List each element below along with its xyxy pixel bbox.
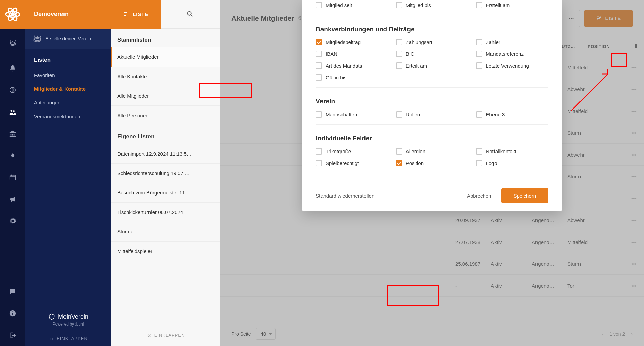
app-logo [0,0,25,29]
checkbox-icon [316,160,322,166]
checkbox-icon [396,62,402,69]
checkbox-art-des-mandats[interactable]: Art des Mandats [316,62,388,69]
rail-gear-icon[interactable] [0,210,25,232]
list-item[interactable]: Datenimport 12.9.2024 11:13:5… [111,144,220,164]
list-panel: LISTE Stammlisten Aktuelle MitgliederAll… [111,0,220,346]
rail-logout-icon[interactable] [0,324,25,346]
create-club-label: Erstelle deinen Verein [45,36,91,41]
checkbox-letzte-verwendung[interactable]: Letzte Verwendung [476,62,548,69]
svg-point-0 [11,13,14,16]
checkbox-icon [476,62,482,69]
checkbox-spielberechtigt[interactable]: Spielberechtigt [316,160,388,166]
list-search-icon[interactable] [161,10,220,18]
svg-point-7 [10,110,12,112]
modal-overlay[interactable]: Mitglied seitMitglied bisErstellt am Ban… [220,0,644,346]
checkbox-icon [476,160,482,166]
checkbox-icon [316,148,322,155]
list-item[interactable]: Alle Kontakte [111,67,220,86]
main-content: Aktuelle Mitglieder 6 / 67 ausgewählt✕ L… [220,0,644,346]
checkbox-icon [316,39,322,45]
checkbox-icon [476,51,482,57]
checkbox-iban[interactable]: IBAN [316,51,388,57]
list-item[interactable]: Aktuelle Mitglieder [111,47,220,67]
checkbox-icon [396,2,402,8]
rail-hands-icon[interactable] [0,144,25,166]
rail-people-icon[interactable] [0,101,25,123]
org-name: Demoverein [25,0,111,29]
list-item[interactable]: Schiedsrichterschulung 19.07.… [111,164,220,183]
rail-info-icon[interactable] [0,302,25,324]
checkbox-notfallkontakt[interactable]: Notfallkontakt [476,148,548,155]
checkbox-icon [396,39,402,45]
modal-sec3-title: Individuelle Felder [316,135,548,142]
checkbox-icon [476,39,482,45]
rail-chat-icon[interactable] [0,280,25,302]
list-tab[interactable]: LISTE [111,0,161,29]
reset-defaults-link[interactable]: Standard wiederherstellen [316,193,374,199]
checkbox-icon [316,74,322,81]
svg-point-15 [188,12,191,15]
checkbox-icon [476,148,482,155]
svg-rect-12 [12,311,13,312]
checkbox-icon [316,62,322,69]
checkbox-ebene-3[interactable]: Ebene 3 [476,111,548,118]
rail-globe-icon[interactable] [0,79,25,101]
checkbox-mitglied-bis[interactable]: Mitglied bis [396,2,468,8]
checkbox-icon [396,111,402,118]
create-club-link[interactable]: Erstelle deinen Verein [25,29,111,49]
save-button[interactable]: Speichern [501,188,548,203]
icon-rail [0,0,25,346]
checkbox-zahlungsart[interactable]: Zahlungsart [396,39,468,45]
checkbox-erteilt-am[interactable]: Erteilt am [396,62,468,69]
list-item[interactable]: Alle Mitglieder [111,86,220,106]
column-config-modal: Mitglied seitMitglied bisErstellt am Ban… [302,0,562,211]
cancel-button[interactable]: Abbrechen [467,193,491,199]
svg-point-8 [13,110,15,112]
rail-stadium-icon[interactable] [0,29,25,57]
checkbox-mitgliedsbeitrag[interactable]: Mitgliedsbeitrag [316,39,388,45]
nav-group-title: Listen [25,52,111,68]
checkbox-bic[interactable]: BIC [396,51,468,57]
checkbox-gültig-bis[interactable]: Gültig bis [316,74,390,81]
list-item[interactable]: Besuch vom Bürgermeister 11… [111,183,220,203]
checkbox-icon [396,148,402,155]
checkbox-mitglied-seit[interactable]: Mitglied seit [316,2,388,8]
checkbox-logo[interactable]: Logo [476,160,548,166]
checkbox-icon [396,160,402,166]
checkbox-icon [316,2,322,8]
rail-megaphone-icon[interactable] [0,188,25,210]
checkbox-trikotgröße[interactable]: Trikotgröße [316,148,388,155]
sidebar-brand: MeinVerein Powered by :buhl [25,306,111,331]
rail-bell-icon[interactable] [0,57,25,79]
rail-calendar-icon[interactable] [0,166,25,188]
modal-sec1-title: Bankverbindungen und Beiträge [316,26,548,33]
sidebar: Demoverein Erstelle deinen Verein Listen… [25,0,111,346]
checkbox-icon [316,111,322,118]
checkbox-allergien[interactable]: Allergien [396,148,468,155]
checkbox-icon [476,111,482,118]
checkbox-zahler[interactable]: Zahler [476,39,548,45]
list-panel-collapse[interactable]: EINKLAPPEN [111,325,220,346]
checkbox-icon [396,51,402,57]
sidebar-item[interactable]: Abteilungen [25,96,111,110]
eigene-listen-title: Eigene Listen [111,125,220,144]
sidebar-item[interactable]: Favoriten [25,68,111,82]
checkbox-mannschaften[interactable]: Mannschaften [316,111,388,118]
svg-rect-9 [10,175,15,180]
checkbox-rollen[interactable]: Rollen [396,111,468,118]
checkbox-position[interactable]: Position [396,160,468,166]
list-item[interactable]: Tischkickerturnier 06.07.2024 [111,203,220,222]
checkbox-mandatsreferenz[interactable]: Mandatsreferenz [476,51,548,57]
checkbox-erstellt-am[interactable]: Erstellt am [476,2,548,8]
list-item[interactable]: Stürmer [111,222,220,242]
sidebar-item[interactable]: Verbandsmeldungen [25,110,111,123]
sidebar-item[interactable]: Mitglieder & Kontakte [25,82,111,96]
checkbox-icon [316,51,322,57]
list-item[interactable]: Mittelfeldspieler [111,242,220,261]
list-item[interactable]: Alle Personen [111,106,220,125]
svg-rect-11 [12,313,13,315]
sidebar-collapse[interactable]: EINKLAPPEN [25,331,111,346]
rail-bank-icon[interactable] [0,123,25,144]
stammlisten-title: Stammlisten [111,29,220,47]
checkbox-icon [476,2,482,8]
